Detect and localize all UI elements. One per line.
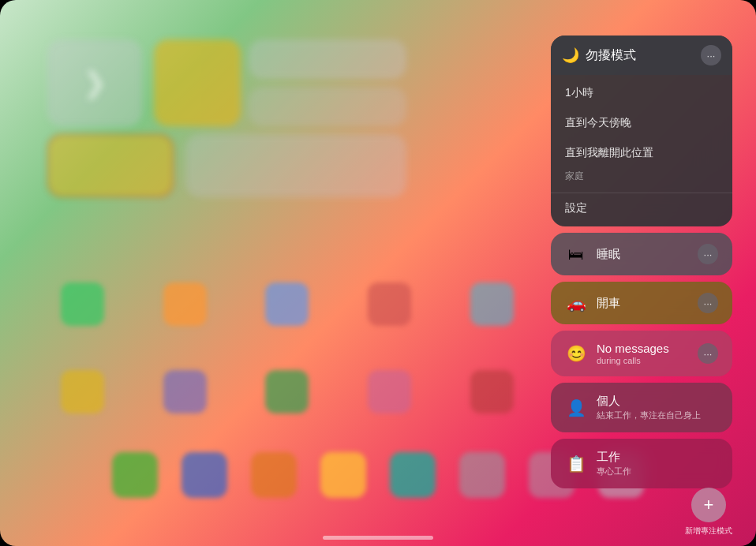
personal-mode-sublabel: 結束工作，專注在自己身上 [597, 410, 701, 421]
dock-icon-6 [459, 452, 505, 498]
sleep-mode-text: 睡眠 [597, 247, 620, 262]
work-mode-left: 📋 工作 專心工作 [565, 450, 631, 477]
sleep-mode-left: 🛏 睡眠 [565, 245, 620, 264]
personal-mode-label: 個人 [597, 394, 701, 409]
app-icon-3 [265, 282, 309, 326]
dock-icon-3 [251, 452, 297, 498]
dock-icon-2 [182, 452, 227, 498]
nomsg-icon: 😊 [565, 344, 587, 363]
app-icon-8 [265, 370, 309, 413]
dnd-more-button[interactable]: ··· [701, 45, 721, 65]
dnd-option-location-sub: 家庭 [551, 168, 732, 189]
moon-icon: 🌙 [562, 47, 579, 64]
sleep-icon: 🛏 [565, 245, 587, 264]
new-focus-row[interactable]: + 新增專注模式 [685, 488, 732, 537]
app-icon-5 [470, 282, 514, 326]
nomsg-mode-button[interactable]: 😊 No messages during calls ··· [551, 331, 732, 376]
widget-area [39, 32, 434, 252]
drive-icon: 🚗 [565, 294, 587, 312]
app-icon-7 [163, 370, 207, 413]
widget-wide [185, 134, 406, 197]
personal-mode-text: 個人 結束工作，專注在自己身上 [597, 394, 701, 421]
dock-icon-5 [390, 452, 436, 498]
nomsg-mode-left: 😊 No messages during calls [565, 342, 669, 365]
dock-icon-4 [320, 452, 366, 498]
sleep-more-button[interactable]: ··· [698, 244, 718, 264]
widget-bar1 [249, 39, 406, 79]
drive-mode-left: 🚗 開車 [565, 294, 620, 312]
widget-bar2 [249, 87, 406, 126]
new-focus-label: 新增專注模式 [685, 525, 732, 537]
personal-mode-button[interactable]: 👤 個人 結束工作，專注在自己身上 [551, 383, 732, 432]
work-mode-sublabel: 專心工作 [597, 466, 631, 477]
app-icon-2 [163, 282, 207, 326]
drive-mode-text: 開車 [597, 296, 620, 311]
dock-icon-1 [112, 452, 158, 498]
dnd-header-left: 🌙 勿擾模式 [562, 47, 636, 64]
work-mode-button[interactable]: 📋 工作 專心工作 [551, 439, 732, 488]
dnd-dropdown[interactable]: 🌙 勿擾模式 ··· 1小時 直到今天傍晚 直到我離開此位置 家庭 設定 [551, 36, 732, 226]
app-icons-area [32, 260, 543, 436]
nomsg-mode-text: No messages during calls [597, 342, 669, 365]
app-icon-1 [61, 282, 104, 326]
drive-mode-button[interactable]: 🚗 開車 ··· [551, 282, 732, 324]
nomsg-mode-sublabel: during calls [597, 356, 669, 365]
focus-panel: 🌙 勿擾模式 ··· 1小時 直到今天傍晚 直到我離開此位置 家庭 設定 🛏 睡… [551, 36, 732, 488]
dnd-header[interactable]: 🌙 勿擾模式 ··· [551, 36, 732, 75]
app-icon-9 [368, 370, 411, 413]
drive-more-button[interactable]: ··· [698, 293, 718, 313]
sleep-mode-label: 睡眠 [597, 247, 620, 262]
dnd-option-settings[interactable]: 設定 [551, 193, 732, 223]
work-mode-text: 工作 專心工作 [597, 450, 631, 477]
dnd-option-evening[interactable]: 直到今天傍晚 [551, 108, 732, 138]
new-focus-button[interactable]: + [691, 488, 726, 522]
dnd-title: 勿擾模式 [586, 47, 636, 64]
widget-chevron [47, 39, 142, 126]
app-icon-6 [61, 370, 104, 413]
drive-mode-label: 開車 [597, 296, 620, 311]
dnd-option-1hour[interactable]: 1小時 [551, 78, 732, 108]
widget-yellow [154, 39, 241, 126]
nomsg-more-button[interactable]: ··· [698, 343, 718, 364]
ipad-screen: + 🌙 勿擾模式 ··· 1小時 直到今天傍晚 直到我離開此位置 家庭 設定 [0, 0, 756, 546]
home-indicator [323, 536, 433, 540]
dnd-options: 1小時 直到今天傍晚 直到我離開此位置 家庭 設定 [551, 75, 732, 226]
app-icon-10 [470, 370, 514, 413]
work-icon: 📋 [565, 454, 587, 473]
nomsg-mode-label: No messages [597, 342, 669, 355]
app-icon-4 [368, 282, 411, 326]
widget-note [47, 134, 174, 197]
personal-mode-left: 👤 個人 結束工作，專注在自己身上 [565, 394, 701, 421]
work-mode-label: 工作 [597, 450, 631, 465]
sleep-mode-button[interactable]: 🛏 睡眠 ··· [551, 233, 732, 275]
dnd-option-location[interactable]: 直到我離開此位置 [551, 138, 732, 168]
personal-icon: 👤 [565, 398, 587, 417]
